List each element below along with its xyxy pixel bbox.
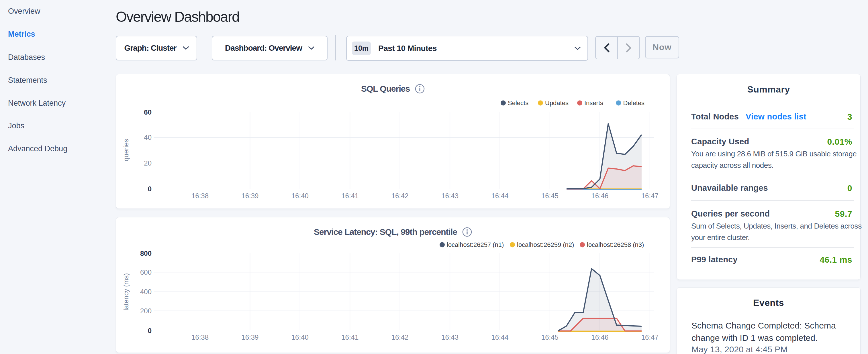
svg-text:localhost:26257 (n1): localhost:26257 (n1): [447, 241, 504, 248]
svg-text:16:43: 16:43: [441, 192, 459, 200]
svg-text:16:45: 16:45: [541, 333, 559, 341]
svg-text:16:44: 16:44: [491, 192, 508, 200]
svg-text:16:38: 16:38: [191, 192, 209, 200]
svg-text:16:41: 16:41: [341, 333, 359, 341]
svg-text:16:46: 16:46: [591, 333, 608, 341]
svg-text:16:47: 16:47: [641, 333, 658, 341]
svg-text:Updates: Updates: [545, 99, 568, 106]
svg-text:localhost:26259 (n2): localhost:26259 (n2): [517, 241, 574, 248]
svg-text:16:40: 16:40: [291, 333, 309, 341]
svg-text:Deletes: Deletes: [623, 99, 645, 106]
svg-text:200: 200: [140, 307, 152, 315]
svg-text:400: 400: [140, 288, 152, 296]
svg-text:16:47: 16:47: [641, 192, 658, 200]
svg-text:0: 0: [148, 185, 152, 193]
svg-text:16:39: 16:39: [241, 192, 258, 200]
svg-text:latency (ms): latency (ms): [122, 273, 130, 311]
svg-text:localhost:26258 (n3): localhost:26258 (n3): [587, 241, 644, 248]
svg-text:0: 0: [148, 327, 152, 334]
svg-text:16:38: 16:38: [191, 333, 209, 341]
svg-text:Selects: Selects: [508, 99, 528, 106]
svg-text:600: 600: [140, 268, 152, 276]
svg-text:16:40: 16:40: [291, 192, 309, 200]
svg-text:queries: queries: [122, 139, 130, 162]
svg-text:16:42: 16:42: [392, 333, 409, 341]
svg-text:800: 800: [140, 250, 152, 257]
svg-text:20: 20: [144, 159, 152, 167]
svg-text:16:44: 16:44: [491, 333, 508, 341]
svg-text:40: 40: [144, 133, 152, 141]
svg-text:60: 60: [144, 108, 152, 116]
svg-text:16:41: 16:41: [341, 192, 359, 200]
svg-text:16:46: 16:46: [591, 192, 608, 200]
svg-text:16:45: 16:45: [541, 192, 559, 200]
svg-text:16:43: 16:43: [441, 333, 459, 341]
svg-text:Inserts: Inserts: [584, 99, 603, 106]
svg-text:16:39: 16:39: [241, 333, 258, 341]
svg-text:16:42: 16:42: [392, 192, 409, 200]
